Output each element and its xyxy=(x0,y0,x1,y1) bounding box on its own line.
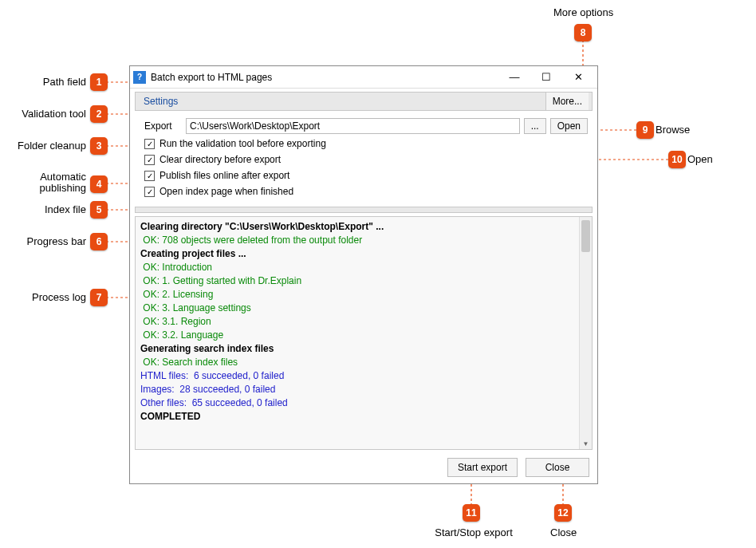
close-window-button[interactable]: ✕ xyxy=(562,67,594,88)
log-line: Images: 28 succeeded, 0 failed xyxy=(140,383,574,396)
settings-label: Settings xyxy=(139,96,183,107)
checkbox-publish[interactable]: ✓ xyxy=(144,171,155,181)
callout-badge-3: 3 xyxy=(90,137,108,155)
callout-label-5: Index file xyxy=(11,203,86,215)
log-line: OK: 1. Getting started with Dr.Explain xyxy=(140,274,574,288)
open-button[interactable]: Open xyxy=(550,118,588,134)
callout-badge-10: 10 xyxy=(668,151,686,168)
log-line: COMPLETED xyxy=(140,410,574,424)
callout-badge-2: 2 xyxy=(90,105,108,123)
minimize-button[interactable]: — xyxy=(498,67,530,88)
callout-label-7: Process log xyxy=(11,291,86,303)
start-export-button[interactable]: Start export xyxy=(447,458,518,477)
open-button-label: Open xyxy=(557,120,581,132)
callout-label-9: Browse xyxy=(656,124,690,136)
callout-badge-6: 6 xyxy=(90,233,108,250)
log-line: Generating search index files xyxy=(140,342,574,356)
callout-badge-12: 12 xyxy=(554,504,572,522)
log-line: OK: 2. Licensing xyxy=(140,288,574,302)
checkbox-validation-label: Run the validation tool before exporting xyxy=(159,138,326,149)
callout-label-2: Validation tool xyxy=(11,108,86,120)
log-content[interactable]: Clearing directory "C:\Users\Work\Deskto… xyxy=(136,217,579,449)
log-line: OK: 3.1. Region xyxy=(140,315,574,329)
log-line: HTML files: 6 succeeded, 0 failed xyxy=(140,369,574,383)
log-line: OK: 3. Language settings xyxy=(140,302,574,315)
checkbox-clear[interactable]: ✓ xyxy=(144,155,155,165)
callout-badge-1: 1 xyxy=(90,73,108,91)
callout-badge-9: 9 xyxy=(636,121,654,139)
log-line: OK: Search index files xyxy=(140,356,574,369)
log-line: Clearing directory "C:\Users\Work\Deskto… xyxy=(140,220,574,234)
form-area: Export ... Open ✓ Run the validation too… xyxy=(130,112,597,202)
log-line: OK: 3.2. Language xyxy=(140,329,574,342)
export-label: Export xyxy=(144,120,186,132)
checkbox-validation[interactable]: ✓ xyxy=(144,139,155,149)
start-export-label: Start export xyxy=(458,462,507,473)
callout-label-6: Progress bar xyxy=(11,235,86,247)
app-icon: ? xyxy=(133,71,146,84)
more-button-label: More... xyxy=(553,96,582,107)
scroll-thumb[interactable] xyxy=(581,220,590,252)
checkbox-clear-label: Clear directory before export xyxy=(159,154,281,165)
callout-badge-8: 8 xyxy=(574,24,592,41)
checkbox-index[interactable]: ✓ xyxy=(144,187,155,197)
browse-button[interactable]: ... xyxy=(524,118,546,134)
callout-label-12: Close xyxy=(550,526,577,538)
log-line: Creating project files ... xyxy=(140,247,574,261)
path-input[interactable] xyxy=(186,118,520,134)
maximize-button[interactable]: ☐ xyxy=(530,67,562,88)
footer: Start export Close xyxy=(130,455,597,483)
log-line: Other files: 65 succeeded, 0 failed xyxy=(140,396,574,410)
checkbox-publish-label: Publish files online after export xyxy=(159,170,289,181)
titlebar: ? Batch export to HTML pages — ☐ ✕ xyxy=(130,66,597,89)
browse-button-label: ... xyxy=(531,120,539,132)
callout-label-10: Open xyxy=(687,153,713,165)
scroll-down-icon[interactable]: ▼ xyxy=(580,438,592,449)
process-log: Clearing directory "C:\Users\Work\Deskto… xyxy=(135,216,593,450)
callout-label-4: Automaticpublishing xyxy=(11,171,86,194)
close-label: Close xyxy=(545,462,570,473)
callout-badge-7: 7 xyxy=(90,289,108,306)
callout-badge-11: 11 xyxy=(463,504,480,522)
close-button[interactable]: Close xyxy=(526,458,589,477)
checkbox-index-label: Open index page when finished xyxy=(159,186,293,197)
callout-badge-5: 5 xyxy=(90,201,108,219)
callout-label-8: More options xyxy=(553,6,613,18)
callout-label-3: Folder cleanup xyxy=(11,140,86,152)
progress-bar xyxy=(135,207,593,213)
more-button[interactable]: More... xyxy=(545,93,589,110)
settings-bar: Settings More... xyxy=(135,92,593,111)
callout-label-1: Path field xyxy=(11,76,86,88)
dialog-window: ? Batch export to HTML pages — ☐ ✕ Setti… xyxy=(129,65,598,484)
log-line: OK: Introduction xyxy=(140,261,574,274)
callout-label-11: Start/Stop export xyxy=(431,526,517,538)
callout-badge-4: 4 xyxy=(90,175,108,193)
log-line: OK: 708 objects were deleted from the ou… xyxy=(140,234,574,247)
log-scrollbar[interactable]: ▲ ▼ xyxy=(579,217,592,449)
window-title: Batch export to HTML pages xyxy=(151,72,498,83)
